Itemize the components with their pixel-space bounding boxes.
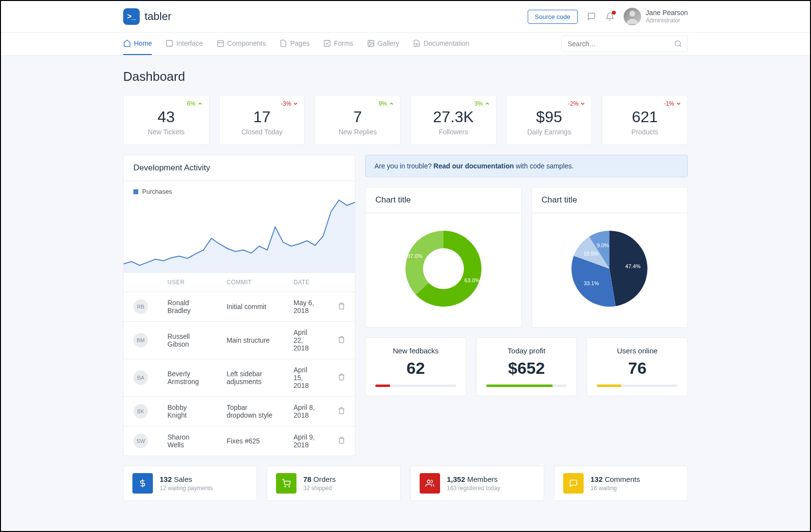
chevron-up-icon bbox=[388, 101, 394, 107]
pie-chart: 47.4%33.1%10.5%9.0% bbox=[566, 225, 653, 312]
user-name: Jane Pearson bbox=[646, 8, 688, 17]
nav-label: Gallery bbox=[378, 39, 399, 47]
avatar bbox=[624, 8, 641, 25]
svg-point-12 bbox=[285, 486, 286, 487]
stat-label: Daily Earnings bbox=[516, 128, 583, 136]
avatar: BK bbox=[133, 404, 148, 419]
stat-value: 7 bbox=[324, 108, 391, 126]
user-role: Administrator bbox=[646, 17, 688, 25]
metric-card: New fedbacks62 bbox=[365, 337, 466, 396]
stat-value: 17 bbox=[228, 108, 296, 126]
stat-value: 621 bbox=[611, 108, 679, 126]
stat-label: Products bbox=[611, 128, 679, 136]
nav-home[interactable]: Home bbox=[123, 33, 152, 55]
table-row[interactable]: BABeverly ArmstrongLeft sidebar adjusmen… bbox=[124, 359, 355, 397]
stat-card[interactable]: -2% $95Daily Earnings bbox=[506, 95, 592, 145]
footer-card[interactable]: 132 Comments16 waiting bbox=[554, 466, 688, 501]
svg-rect-1 bbox=[166, 40, 172, 46]
table-row[interactable]: BKBobby KnightTopbar dropdown styleApril… bbox=[124, 397, 355, 426]
messages-icon[interactable] bbox=[587, 12, 596, 21]
nav-label: Interface bbox=[176, 39, 203, 47]
line-chart bbox=[124, 195, 355, 273]
pie-label: 37.0% bbox=[407, 253, 423, 259]
activity-title: Development Activity bbox=[133, 163, 345, 173]
stat-pct: -2% bbox=[568, 100, 586, 107]
chevron-down-icon bbox=[293, 101, 298, 107]
svg-rect-4 bbox=[324, 40, 330, 46]
footer-main: 1,352 Members bbox=[447, 474, 500, 484]
stat-card[interactable]: 9% 7New Replies bbox=[314, 95, 401, 145]
nav-label: Pages bbox=[290, 39, 310, 47]
footer-card[interactable]: 1,352 Members163 registered today bbox=[410, 466, 544, 501]
search-input[interactable] bbox=[561, 36, 688, 52]
stat-card[interactable]: -3% 17Closed Today bbox=[219, 95, 305, 145]
stat-card[interactable]: 3% 27.3KFollowers bbox=[410, 95, 497, 145]
brand-name: tabler bbox=[145, 10, 171, 23]
legend-square-icon bbox=[133, 189, 138, 194]
svg-point-6 bbox=[369, 42, 370, 43]
cell-user: Bobby Knight bbox=[158, 397, 217, 426]
stat-value: 27.3K bbox=[420, 108, 487, 126]
nav-interface[interactable]: Interface bbox=[166, 33, 203, 55]
footer-main: 132 Comments bbox=[590, 474, 640, 484]
trash-icon[interactable] bbox=[338, 374, 345, 382]
progress-bar bbox=[597, 385, 678, 387]
footer-card[interactable]: 132 Sales12 waiting payments bbox=[123, 466, 257, 501]
nav-pages[interactable]: Pages bbox=[279, 33, 310, 55]
user-menu[interactable]: Jane Pearson Administrator bbox=[624, 8, 688, 25]
table-row[interactable]: RBRonald BradleyInitial commitMay 6, 201… bbox=[124, 292, 355, 322]
alert-prefix: Are you in trouble? bbox=[374, 162, 433, 170]
avatar: BA bbox=[133, 370, 148, 385]
th-date: DATE bbox=[284, 273, 328, 292]
nav-components[interactable]: Components bbox=[217, 33, 266, 55]
metric-title: Users online bbox=[597, 347, 678, 355]
progress-bar bbox=[375, 385, 456, 387]
table-row[interactable]: BMRussell GibsonMain structureApril 22, … bbox=[124, 322, 355, 359]
avatar: SW bbox=[133, 434, 148, 448]
trash-icon[interactable] bbox=[338, 408, 345, 416]
brand[interactable]: >_ tabler bbox=[123, 8, 171, 25]
pie-label: 33.1% bbox=[584, 280, 599, 286]
chevron-up-icon bbox=[484, 101, 490, 107]
nav-gallery[interactable]: Gallery bbox=[367, 33, 399, 55]
activity-card: Development Activity Purchases USER COMM… bbox=[123, 155, 355, 456]
stat-card[interactable]: 6% 43New Tickets bbox=[123, 95, 209, 145]
legend-label: Purchases bbox=[142, 188, 172, 195]
cell-user: Beverly Armstrong bbox=[158, 359, 217, 397]
th-user: USER bbox=[158, 273, 217, 292]
trash-icon[interactable] bbox=[338, 337, 345, 345]
svg-point-13 bbox=[289, 486, 290, 487]
footer-main: 78 Orders bbox=[303, 474, 336, 484]
nav-forms[interactable]: Forms bbox=[323, 33, 353, 55]
footer-card[interactable]: 78 Orders32 shipped bbox=[267, 466, 401, 501]
notifications-icon[interactable] bbox=[605, 12, 615, 21]
cell-user: Russell Gibson bbox=[158, 322, 217, 359]
cell-user: Ronald Bradley bbox=[158, 292, 217, 322]
alert-docs[interactable]: Are you in trouble? Read our documentati… bbox=[365, 155, 688, 177]
chart2-title: Chart title bbox=[542, 195, 678, 205]
trash-icon[interactable] bbox=[338, 438, 345, 445]
stat-card[interactable]: -1% 621Products bbox=[602, 95, 688, 145]
chevron-up-icon bbox=[197, 101, 203, 107]
footer-sub: 16 waiting bbox=[590, 484, 640, 493]
cell-commit: Main structure bbox=[217, 322, 284, 359]
stat-label: Closed Today bbox=[228, 128, 296, 136]
source-code-button[interactable]: Source code bbox=[528, 10, 578, 24]
trash-icon[interactable] bbox=[338, 303, 345, 311]
brand-logo-icon: >_ bbox=[123, 8, 140, 25]
stat-label: New Replies bbox=[324, 128, 391, 136]
metric-title: New fedbacks bbox=[375, 347, 456, 355]
box-icon bbox=[166, 39, 173, 47]
search bbox=[561, 36, 688, 52]
chart1-title: Chart title bbox=[375, 195, 511, 205]
notification-dot bbox=[612, 11, 616, 15]
metric-card: Today profit$652 bbox=[476, 337, 577, 396]
svg-point-14 bbox=[427, 480, 430, 483]
table-row[interactable]: SWSharon WellsFixes #625April 9, 2018 bbox=[124, 426, 355, 456]
nav-documentation[interactable]: Documentation bbox=[413, 33, 469, 55]
check-square-icon bbox=[323, 39, 331, 47]
svg-point-11 bbox=[423, 248, 464, 289]
nav-label: Forms bbox=[334, 39, 353, 47]
footer-sub: 32 shipped bbox=[303, 484, 336, 493]
dollar-icon bbox=[132, 473, 153, 494]
